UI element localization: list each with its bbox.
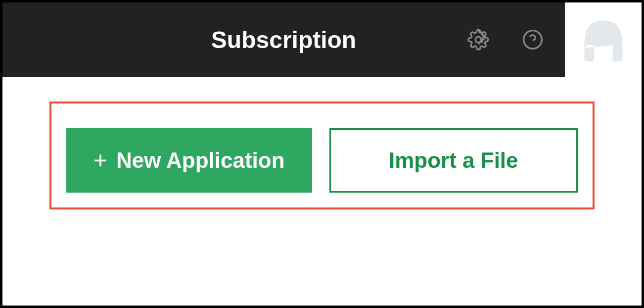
help-button[interactable]: [520, 27, 545, 52]
action-buttons-highlight: + New Application Import a File: [49, 102, 595, 209]
profile-area[interactable]: [565, 2, 642, 77]
page-title: Subscription: [211, 26, 356, 53]
app-frame: Subscription: [0, 0, 644, 308]
import-file-label: Import a File: [389, 148, 518, 173]
help-icon: [522, 29, 544, 51]
header-icons-group: [466, 27, 545, 52]
new-application-label: New Application: [116, 148, 285, 173]
settings-button[interactable]: [466, 27, 491, 52]
plus-icon: +: [93, 149, 107, 172]
content-area: + New Application Import a File: [2, 77, 642, 234]
new-application-button[interactable]: + New Application: [66, 128, 312, 193]
header-bar: Subscription: [2, 2, 565, 77]
import-file-button[interactable]: Import a File: [329, 128, 578, 193]
headset-icon: [576, 12, 631, 67]
svg-point-1: [524, 31, 542, 49]
gear-icon: [467, 29, 489, 51]
